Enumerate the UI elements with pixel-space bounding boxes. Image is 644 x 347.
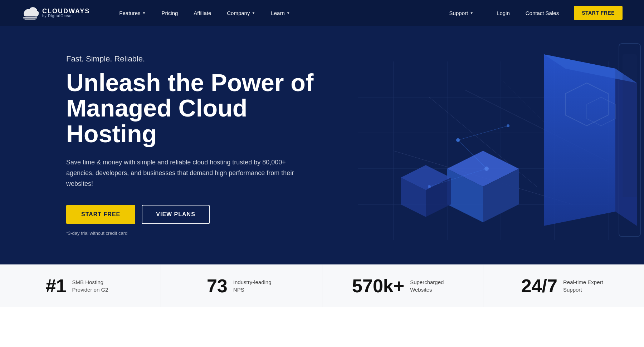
hero-view-plans-button[interactable]: VIEW PLANS: [142, 205, 210, 224]
chevron-down-icon: ▼: [142, 11, 146, 15]
logo[interactable]: CLOUDWAYS by DigitalOcean: [21, 6, 90, 20]
svg-marker-13: [544, 54, 615, 226]
nav-links: Features ▼ Pricing Affiliate Company ▼ L…: [111, 0, 441, 26]
nav-divider: [485, 8, 485, 18]
stat-item-1: #1 SMB Hosting Provider on G2: [0, 264, 161, 307]
stat-number-4: 24/7: [521, 277, 557, 295]
stat-item-4: 24/7 Real-time Expert Support: [483, 264, 644, 307]
hero-description: Save time & money with simple and reliab…: [66, 157, 309, 189]
brand-name: CLOUDWAYS: [42, 8, 90, 14]
nav-start-free-button[interactable]: START FREE: [574, 6, 623, 20]
nav-right: Support ▼ Login Contact Sales START FREE: [441, 0, 623, 26]
stat-number-1: #1: [46, 277, 67, 295]
svg-rect-32: [623, 54, 637, 197]
stat-label-1: SMB Hosting Provider on G2: [72, 278, 115, 293]
stat-item-3: 570k+ Supercharged Websites: [322, 264, 483, 307]
nav-affiliate[interactable]: Affiliate: [186, 0, 219, 26]
brand-sub: by DigitalOcean: [42, 14, 90, 18]
stat-item-2: 73 Industry-leading NPS: [161, 264, 322, 307]
hero-content: Fast. Simple. Reliable. Unleash the Powe…: [66, 54, 335, 236]
nav-company[interactable]: Company ▼: [219, 0, 263, 26]
nav-contact-sales[interactable]: Contact Sales: [518, 0, 567, 26]
stat-label-3: Supercharged Websites: [410, 278, 453, 293]
stat-number-2: 73: [207, 277, 228, 295]
nav-support[interactable]: Support ▼: [441, 0, 481, 26]
stat-number-3: 570k+: [352, 277, 404, 295]
navbar: CLOUDWAYS by DigitalOcean Features ▼ Pri…: [0, 0, 644, 26]
nav-learn[interactable]: Learn ▼: [263, 0, 298, 26]
nav-pricing[interactable]: Pricing: [153, 0, 186, 26]
nav-login[interactable]: Login: [489, 0, 518, 26]
nav-features[interactable]: Features ▼: [111, 0, 153, 26]
stats-bar: #1 SMB Hosting Provider on G2 73 Industr…: [0, 264, 644, 307]
hero-section: Fast. Simple. Reliable. Unleash the Powe…: [0, 26, 644, 264]
hero-start-free-button[interactable]: START FREE: [66, 205, 135, 224]
stat-label-2: Industry-leading NPS: [233, 278, 276, 293]
hero-visual: [322, 26, 644, 262]
trial-note: *3-day trial without credit card: [66, 230, 335, 236]
chevron-down-icon: ▼: [470, 11, 473, 15]
hero-title: Unleash the Power of Managed Cloud Hosti…: [66, 70, 335, 147]
chevron-down-icon: ▼: [287, 11, 290, 15]
stat-label-4: Real-time Expert Support: [563, 278, 606, 293]
hero-buttons: START FREE VIEW PLANS: [66, 205, 335, 224]
chevron-down-icon: ▼: [252, 11, 255, 15]
hero-tagline: Fast. Simple. Reliable.: [66, 54, 335, 64]
